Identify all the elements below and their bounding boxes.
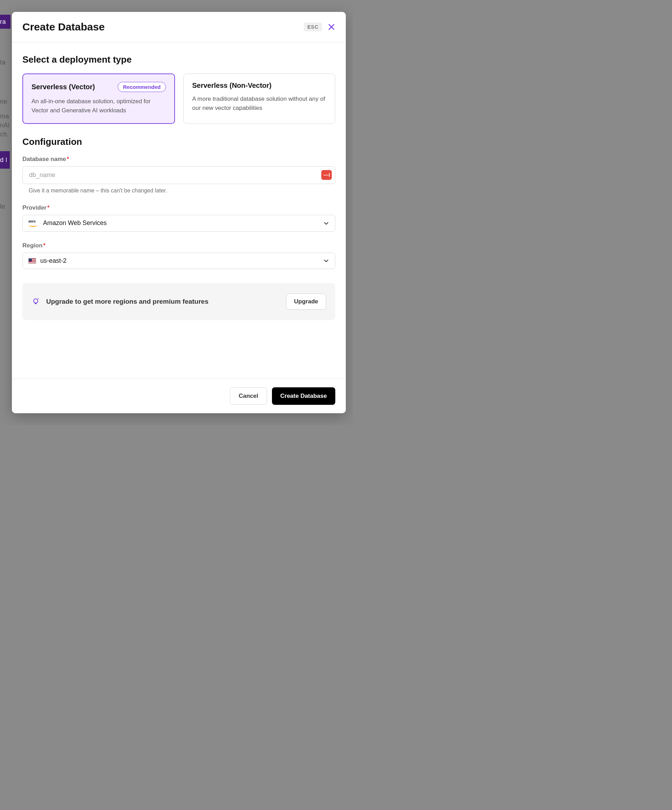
deployment-option-serverless-vector[interactable]: Serverless (Vector) Recommended An all-i… [22,73,175,124]
upgrade-button[interactable]: Upgrade [286,294,326,310]
password-manager-icon[interactable] [321,170,332,180]
region-select[interactable]: us-east-2 [22,253,335,269]
db-name-helper: Give it a memorable name – this can't be… [29,187,335,194]
create-database-modal: Create Database ESC Select a deployment … [12,12,346,413]
provider-select[interactable]: aws Amazon Web Services [22,215,335,232]
chevron-down-icon [323,258,329,264]
db-name-label: Database name* [22,156,335,163]
esc-key-hint: ESC [304,22,322,32]
cancel-button[interactable]: Cancel [230,387,267,405]
card-title: Serverless (Non-Vector) [192,81,272,89]
close-icon[interactable] [328,23,335,31]
card-description: An all-in-one database solution, optimiz… [32,97,166,115]
svg-point-0 [34,299,38,303]
db-name-input[interactable] [22,166,335,184]
provider-value: Amazon Web Services [43,219,107,227]
card-description: A more traditional database solution wit… [192,94,327,113]
svg-point-2 [38,299,39,299]
configuration-section-title: Configuration [22,137,335,147]
aws-icon: aws [28,219,39,227]
lightbulb-icon [32,297,40,306]
recommended-badge: Recommended [118,82,166,92]
svg-rect-1 [35,303,37,304]
upgrade-text: Upgrade to get more regions and premium … [46,298,208,305]
region-value: us-east-2 [40,257,66,265]
modal-title: Create Database [22,21,105,33]
region-label: Region* [22,242,335,249]
chevron-down-icon [323,220,329,226]
us-flag-icon [28,258,36,263]
create-database-button[interactable]: Create Database [272,387,335,405]
deployment-section-title: Select a deployment type [22,54,335,65]
modal-footer: Cancel Create Database [12,379,346,413]
card-title: Serverless (Vector) [32,83,95,91]
provider-label: Provider* [22,204,335,211]
upgrade-banner: Upgrade to get more regions and premium … [22,283,335,320]
modal-header: Create Database ESC [12,12,346,42]
deployment-option-serverless-nonvector[interactable]: Serverless (Non-Vector) A more tradition… [183,73,335,124]
